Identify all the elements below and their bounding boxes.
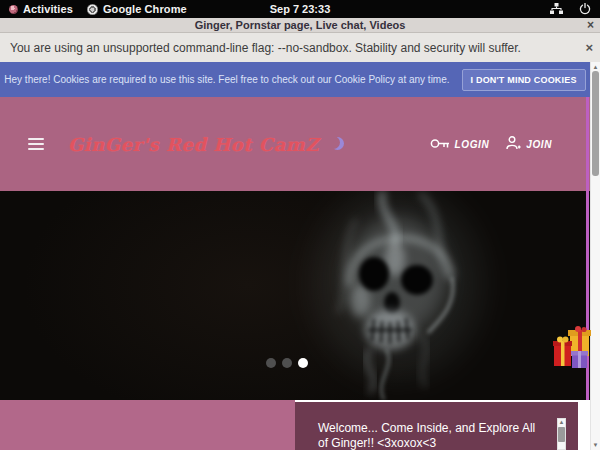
header-actions: LOGIN JOIN (430, 97, 552, 191)
window-close-icon[interactable]: × (587, 18, 594, 32)
webpage: Hey there! Cookies are required to use t… (0, 62, 590, 450)
page-scrollbar[interactable]: ▲ ▼ (590, 62, 600, 450)
person-add-icon (506, 136, 521, 152)
site-header: GinGer's Red Hot CamZ LOGIN JOIN (0, 97, 590, 191)
key-icon (430, 137, 450, 152)
carousel-dot[interactable] (298, 358, 308, 368)
login-label: LOGIN (455, 139, 490, 150)
welcome-line1: Welcome... Come Inside, and Explore All (318, 421, 578, 436)
gnome-top-bar: Activities Google Chrome Sep 7 23:33 (0, 0, 600, 18)
carousel-dot[interactable] (282, 358, 292, 368)
window-title-bar[interactable]: Ginger, Pornstar page, Live chat, Videos… (0, 18, 600, 33)
cookie-banner: Hey there! Cookies are required to use t… (0, 62, 590, 97)
welcome-section: Welcome... Come Inside, and Explore All … (0, 400, 590, 450)
welcome-scroll-up-icon[interactable]: ▲ (558, 419, 565, 426)
gifts-icon[interactable] (553, 326, 593, 368)
network-icon[interactable] (550, 3, 563, 15)
scroll-up-icon[interactable]: ▲ (591, 64, 600, 70)
welcome-box: Welcome... Come Inside, and Explore All … (295, 402, 578, 450)
hero-carousel (0, 191, 590, 400)
chrome-infobar: You are using an unsupported command-lin… (0, 33, 600, 62)
menu-icon[interactable] (28, 135, 44, 153)
join-label: JOIN (526, 139, 552, 150)
site-logo[interactable]: GinGer's Red Hot CamZ (68, 134, 340, 155)
smoke-skull-image (0, 191, 590, 400)
window-title: Ginger, Pornstar page, Live chat, Videos (195, 19, 406, 31)
scroll-down-icon[interactable]: ▼ (591, 442, 600, 448)
site-logo-text: GinGer's Red Hot CamZ (68, 134, 319, 155)
moon-icon (327, 136, 340, 149)
cookie-accept-button[interactable]: I DON'T MIND COOKIES (462, 69, 586, 91)
scroll-thumb[interactable] (592, 71, 599, 176)
carousel-dots (266, 358, 308, 368)
welcome-scroll-thumb[interactable] (558, 427, 565, 442)
welcome-scrollbar[interactable]: ▲ (557, 418, 566, 450)
desktop: Activities Google Chrome Sep 7 23:33 Gin… (0, 0, 600, 450)
login-button[interactable]: LOGIN (430, 137, 490, 152)
browser-viewport: Hey there! Cookies are required to use t… (0, 62, 600, 450)
infobar-close-icon[interactable]: × (585, 40, 593, 55)
infobar-message: You are using an unsupported command-lin… (10, 41, 521, 55)
activities-button[interactable]: Activities (23, 3, 73, 15)
section-background (0, 400, 295, 450)
cookie-message: Hey there! Cookies are required to use t… (4, 74, 449, 85)
join-button[interactable]: JOIN (506, 136, 552, 152)
recording-indicator-icon (9, 5, 18, 14)
power-icon[interactable] (579, 3, 591, 15)
welcome-line2: of Ginger!! <3xoxox<3 (318, 436, 578, 450)
carousel-dot[interactable] (266, 358, 276, 368)
chrome-icon (87, 4, 98, 15)
focused-app-menu[interactable]: Google Chrome (103, 3, 187, 15)
